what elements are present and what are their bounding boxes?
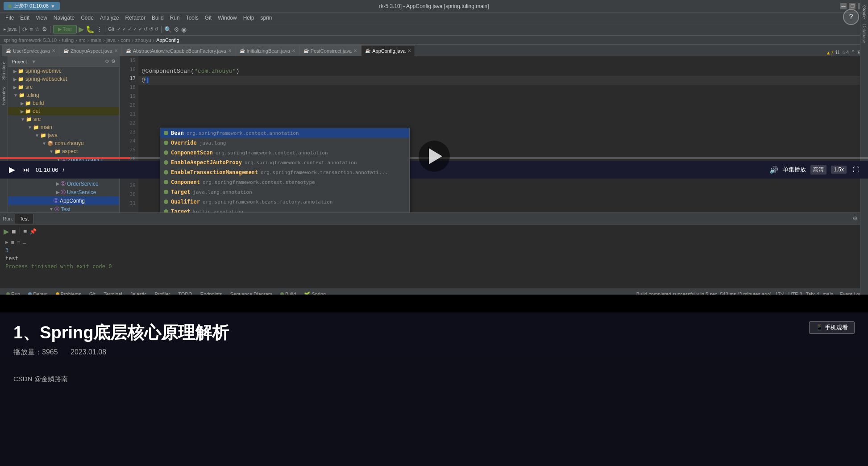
menu-code[interactable]: Code xyxy=(78,14,96,22)
tree-item-appconfig[interactable]: ▶ ⓪ AppConfig xyxy=(8,196,119,205)
menu-edit[interactable]: Edit xyxy=(17,14,32,22)
tree-item-orderservice[interactable]: ▶ ⓪ OrderService xyxy=(8,179,119,188)
statusbar-run[interactable]: Run xyxy=(4,288,23,295)
gradle-rpanel[interactable]: Gradle xyxy=(861,4,867,21)
tree-item-src-tuling[interactable]: ▼ 📁 src xyxy=(8,115,119,123)
run-settings-button[interactable]: ⚙ xyxy=(852,215,858,222)
ac-item-override[interactable]: Override java.lang xyxy=(160,138,409,148)
menu-build[interactable]: Build xyxy=(149,14,166,22)
tree-item-comzhouyu[interactable]: ▼ 📦 com.zhouyu xyxy=(8,139,119,147)
statusbar-jelastic[interactable]: Jelastic xyxy=(128,288,150,295)
search-everywhere[interactable]: 🔍 xyxy=(164,26,172,33)
bookmark-button[interactable]: ☆ xyxy=(35,26,40,33)
tree-item-spring-webmvc[interactable]: ▶ 📁 spring-webmvc xyxy=(8,67,119,75)
ac-item-qualifier[interactable]: Qualifier org.springframework.beans.fact… xyxy=(160,197,409,207)
tree-item-tuling[interactable]: ▼ 📁 tuling xyxy=(8,91,119,99)
menu-view[interactable]: View xyxy=(33,14,50,22)
statusbar-sequence[interactable]: Sequence Diagram xyxy=(228,288,275,295)
more-run[interactable]: ⋮ xyxy=(96,26,102,33)
tree-item-java[interactable]: ▼ 📁 java xyxy=(8,131,119,139)
statusbar-debug[interactable]: Debug xyxy=(25,288,50,295)
pin-button[interactable]: 📌 xyxy=(29,227,37,236)
debug-button[interactable]: 🐛 xyxy=(86,25,95,33)
menu-tools[interactable]: Tools xyxy=(183,14,201,22)
tab-zhouyuaspect[interactable]: ☕ ZhouyuAspect.java ✕ xyxy=(59,45,122,56)
rerun-button[interactable]: ▶ xyxy=(4,227,9,236)
live-tab[interactable]: 上课中 01:10:08 ▼ xyxy=(4,2,60,10)
tree-item-test[interactable]: ▼ ⓪ Test xyxy=(8,205,119,212)
gradle-button[interactable]: ◉ xyxy=(181,26,187,33)
statusbar-problems[interactable]: Problems xyxy=(53,288,84,295)
tab-close-initializing[interactable]: ✕ xyxy=(292,48,295,53)
mobile-watch-button[interactable]: 📱 手机观看 xyxy=(809,321,855,334)
statusbar-spring[interactable]: 🌱 Spring xyxy=(301,288,328,295)
statusbar-todo[interactable]: TODO xyxy=(175,288,195,295)
run-button[interactable]: ▶ xyxy=(79,25,84,33)
help-button[interactable]: ? xyxy=(843,9,859,25)
tab-icon-zhouyuaspect: ☕ xyxy=(63,48,69,53)
menu-navigate[interactable]: Navigate xyxy=(51,14,77,22)
tab-close-postconstruct[interactable]: ✕ xyxy=(353,48,357,53)
ac-item-enabletransaction[interactable]: EnableTransactionManagement org.springfr… xyxy=(160,167,409,177)
tree-item-main[interactable]: ▼ 📁 main xyxy=(8,123,119,131)
format-button[interactable]: ≡ xyxy=(24,227,27,236)
tab-close-appconfig[interactable]: ✕ xyxy=(407,48,411,53)
code-line-21 xyxy=(138,112,868,121)
settings-button[interactable]: ⚙ xyxy=(42,26,47,33)
tree-item-spring-websocket[interactable]: ▶ 📁 spring-websocket xyxy=(8,75,119,83)
menu-window[interactable]: Window xyxy=(215,14,240,22)
settings-main[interactable]: ⚙ xyxy=(174,26,179,33)
run-config-test[interactable]: ▶ Test xyxy=(53,25,77,33)
tree-item-build[interactable]: ▶ 📁 build xyxy=(8,99,119,107)
minimize-button[interactable]: — xyxy=(840,3,847,9)
menu-analyze[interactable]: Analyze xyxy=(97,14,122,22)
tree-item-aspect[interactable]: ▼ 📁 aspect xyxy=(8,147,119,155)
menu-file[interactable]: File xyxy=(3,14,17,22)
tab-close-abstract[interactable]: ✕ xyxy=(228,48,232,53)
menu-git[interactable]: Git xyxy=(202,14,214,22)
statusbar-profiler[interactable]: Profiler xyxy=(152,288,173,295)
ac-item-target-kotlin[interactable]: Target kotlin.annotation xyxy=(160,207,409,212)
bottom-tab-test[interactable]: Test xyxy=(15,214,33,224)
tree-collapse[interactable]: ⟳ xyxy=(105,58,109,64)
tab-postconstruct[interactable]: ☕ PostConstruct.java ✕ xyxy=(299,45,361,56)
project-dropdown[interactable]: ▼ xyxy=(31,59,36,64)
statusbar-endpoints[interactable]: Endpoints xyxy=(198,288,225,295)
menu-refactor[interactable]: Refactor xyxy=(123,14,148,22)
tab-abstractautowire[interactable]: ☕ AbstractAutowireCapableBeanFactory.jav… xyxy=(122,45,236,56)
ac-item-componentscan[interactable]: ComponentScan org.springframework.contex… xyxy=(160,148,409,158)
structure-button[interactable]: ≡ xyxy=(29,26,33,33)
tab-initializingbean[interactable]: ☕ InitializingBean.java ✕ xyxy=(236,45,299,56)
favorites-tab[interactable]: Favorites xyxy=(0,83,7,109)
line-24: 24 xyxy=(120,137,138,146)
sync-button[interactable]: ⟳ xyxy=(22,26,28,33)
structure-tab[interactable]: Structure xyxy=(0,58,7,83)
tab-close-userservice[interactable]: ✕ xyxy=(52,48,55,53)
fullscreen-button[interactable]: ⛶ xyxy=(851,164,861,175)
database-rpanel[interactable]: Database xyxy=(861,22,867,45)
skip-forward-button[interactable]: ⏭ xyxy=(21,164,31,175)
play-button[interactable]: ▶ xyxy=(7,163,17,176)
ac-item-bean[interactable]: Bean org.springframework.context.annotat… xyxy=(160,128,409,138)
code-editor[interactable]: 15 16 17 18 19 20 21 22 23 24 25 26 27 2… xyxy=(120,56,868,212)
statusbar-git[interactable]: Git xyxy=(87,288,98,295)
restore-button[interactable]: ❐ xyxy=(849,3,856,9)
tree-item-src[interactable]: ▶ 📁 src xyxy=(8,83,119,91)
tab-close-zhouyuaspect[interactable]: ✕ xyxy=(114,48,118,53)
play-overlay[interactable] xyxy=(419,141,450,172)
menu-help[interactable]: Help xyxy=(241,14,257,22)
statusbar-terminal[interactable]: Terminal xyxy=(101,288,125,295)
ac-item-enableaspect[interactable]: EnableAspectJAutoProxy org.springframewo… xyxy=(160,158,409,167)
statusbar-build[interactable]: Build xyxy=(278,288,299,295)
tree-settings[interactable]: ⚙ xyxy=(111,58,116,64)
tree-item-userservice[interactable]: ▶ ⓪ UserService xyxy=(8,188,119,196)
ac-item-component[interactable]: Component org.springframework.context.st… xyxy=(160,177,409,187)
ac-item-target-java[interactable]: Target java.lang.annotation xyxy=(160,187,409,197)
menu-run[interactable]: Run xyxy=(167,14,183,22)
tab-userservice[interactable]: ☕ UserService.java ✕ xyxy=(2,45,59,56)
tree-item-out[interactable]: ▶ 📁 out xyxy=(8,107,119,115)
expand-button[interactable]: ⌃ xyxy=(851,49,856,56)
tab-appconfig[interactable]: ☕ AppConfig.java ✕ xyxy=(361,45,415,56)
stop-button[interactable]: ■ xyxy=(12,227,16,236)
menu-spring[interactable]: sprin xyxy=(257,14,274,22)
